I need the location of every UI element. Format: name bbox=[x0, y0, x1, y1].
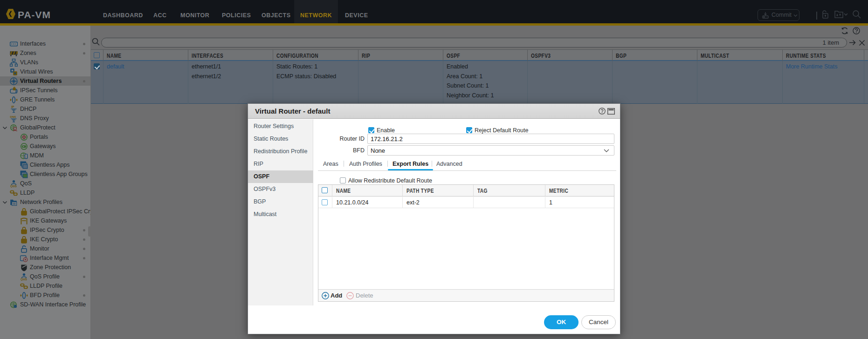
svg-text:QoS: QoS bbox=[21, 277, 27, 280]
svg-text:IP: IP bbox=[11, 105, 14, 108]
svg-text:DNS: DNS bbox=[10, 115, 16, 118]
svg-text:QoS: QoS bbox=[10, 184, 17, 187]
